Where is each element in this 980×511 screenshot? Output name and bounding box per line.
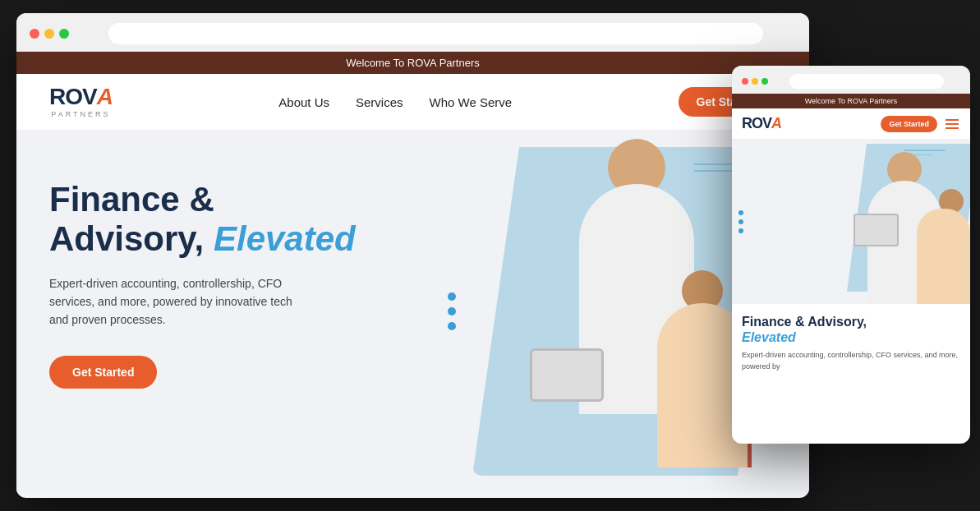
hero-dot-1 [448, 292, 456, 301]
hero-dot-3 [448, 322, 456, 330]
mobile-content-section: Finance & Advisory, Elevated Expert-driv… [732, 304, 970, 382]
browser-dots [30, 29, 69, 39]
hero-heading: Finance & Advisory, Elevated [49, 180, 356, 260]
mobile-hero [732, 140, 970, 304]
mobile-logo-v: V [762, 115, 771, 131]
logo[interactable]: ROVA PARTNERS [49, 85, 113, 118]
address-bar[interactable] [108, 23, 763, 44]
mobile-logo-a: A [771, 115, 781, 131]
tablet [530, 348, 604, 402]
nav-services[interactable]: Services [356, 95, 403, 109]
mobile-site-content: Welcome To ROVA Partners ROVA Get Starte… [732, 94, 970, 444]
hamburger-line-1 [945, 119, 959, 121]
announcement-bar: Welcome To ROVA Partners [16, 52, 809, 74]
mobile-heading-elevated: Elevated [742, 329, 960, 345]
hamburger-line-2 [945, 123, 959, 125]
mobile-min-dot[interactable] [752, 78, 758, 85]
main-browser-window: Welcome To ROVA Partners ROVA PARTNERS A… [16, 13, 809, 498]
minimize-dot[interactable] [44, 29, 54, 39]
mobile-announcement: Welcome To ROVA Partners [732, 94, 970, 108]
hero-cta-button[interactable]: Get Started [49, 356, 157, 389]
site-content: Welcome To ROVA Partners ROVA PARTNERS A… [16, 52, 809, 497]
announcement-text: Welcome To ROVA Partners [346, 57, 480, 69]
hamburger-line-3 [945, 127, 959, 129]
mobile-cta-button[interactable]: Get Started [881, 116, 937, 132]
hero-heading-line1: Finance & [49, 180, 214, 219]
hero-text: Finance & Advisory, Elevated Expert-driv… [49, 172, 356, 389]
logo-v: V [82, 84, 97, 109]
mobile-dots [742, 78, 768, 85]
hero-dots [448, 292, 456, 330]
maximize-dot[interactable] [59, 29, 69, 39]
mobile-max-dot[interactable] [761, 78, 768, 85]
logo-partners: PARTNERS [51, 110, 110, 118]
mobile-hero-dot-2 [738, 219, 743, 224]
mobile-hero-dot-1 [738, 210, 743, 215]
mobile-tablet [853, 214, 899, 246]
close-dot[interactable] [30, 29, 39, 39]
mobile-heading: Finance & Advisory, Elevated [742, 314, 960, 345]
logo-a: A [97, 84, 113, 109]
mobile-heading-line1: Finance & Advisory, [742, 315, 867, 329]
hero-elevated: Elevated [214, 219, 356, 258]
mobile-logo[interactable]: ROVA [742, 115, 781, 132]
mobile-nav-right: Get Started [881, 116, 960, 132]
logo-text: ROVA [49, 85, 113, 108]
hero-dot-2 [448, 307, 456, 315]
browser-chrome [16, 13, 809, 52]
mobile-hero-photo [839, 140, 970, 304]
hero-photo [505, 139, 768, 467]
mobile-close-dot[interactable] [742, 78, 748, 85]
nav-about[interactable]: About Us [278, 95, 329, 109]
mobile-person2-body [917, 209, 970, 304]
mobile-hero-dots [738, 210, 743, 233]
hero-section: Finance & Advisory, Elevated Expert-driv… [16, 131, 809, 492]
logo-ro: RO [49, 84, 82, 109]
mobile-chrome [732, 66, 970, 94]
mobile-subtext: Expert-driven accounting, controllership… [742, 350, 960, 372]
mobile-address-bar[interactable] [789, 74, 944, 89]
hero-heading-line2: Advisory, [49, 219, 204, 258]
mobile-nav: ROVA Get Started [732, 108, 970, 140]
mobile-logo-text: ROVA [742, 115, 781, 131]
mobile-browser-window: Welcome To ROVA Partners ROVA Get Starte… [732, 66, 970, 444]
hamburger-menu[interactable] [944, 117, 960, 131]
mobile-hero-dot-3 [738, 228, 743, 233]
main-navigation: ROVA PARTNERS About Us Services Who We S… [16, 74, 809, 131]
nav-who-we-serve[interactable]: Who We Serve [430, 95, 513, 109]
nav-links: About Us Services Who We Serve [278, 95, 512, 109]
mobile-logo-ro: RO [742, 115, 762, 131]
hero-subtext: Expert-driven accounting, controllership… [49, 274, 312, 329]
